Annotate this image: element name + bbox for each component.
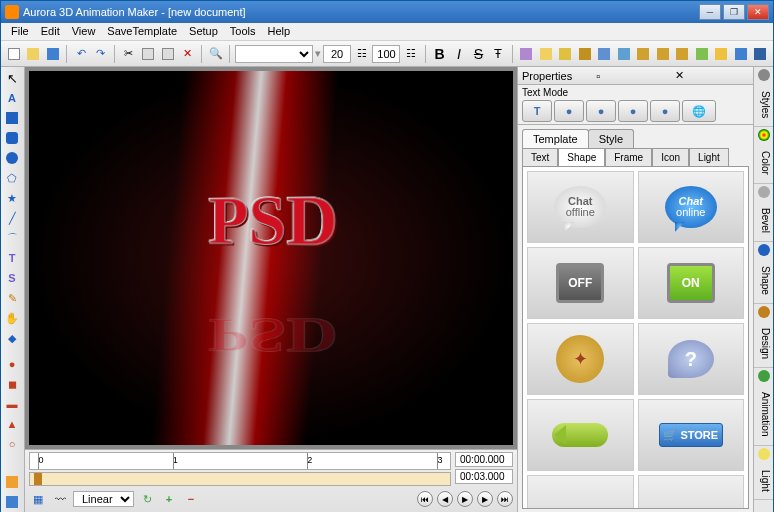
- polygon-tool[interactable]: ⬠: [3, 169, 21, 187]
- tl-curve[interactable]: 〰: [51, 490, 69, 508]
- tl-add[interactable]: ▦: [29, 490, 47, 508]
- subtab-shape[interactable]: Shape: [558, 148, 605, 166]
- menu-file[interactable]: File: [5, 23, 35, 40]
- sidetab-animation[interactable]: Animation: [754, 384, 773, 445]
- menu-edit[interactable]: Edit: [35, 23, 66, 40]
- star-tool[interactable]: ★: [3, 189, 21, 207]
- menu-tools[interactable]: Tools: [224, 23, 262, 40]
- subtab-frame[interactable]: Frame: [605, 148, 652, 166]
- pen-tool[interactable]: ✎: [3, 289, 21, 307]
- undo-button[interactable]: ↶: [72, 44, 89, 64]
- props-float-icon[interactable]: ▫: [596, 70, 670, 82]
- shape-chat-offline[interactable]: Chatoffline: [527, 171, 634, 243]
- tab-template[interactable]: Template: [522, 129, 589, 148]
- time-start[interactable]: 00:00.000: [455, 452, 513, 467]
- ellipse-tool[interactable]: [3, 149, 21, 167]
- t-tool[interactable]: T: [3, 249, 21, 267]
- torus-tool[interactable]: ○: [3, 435, 21, 453]
- shape-chat-online[interactable]: Chatonline: [638, 171, 745, 243]
- tool-12[interactable]: [732, 44, 749, 64]
- sidetab-shape[interactable]: Shape: [754, 258, 773, 304]
- text-mode-2[interactable]: ●: [554, 100, 584, 122]
- tool-11[interactable]: [712, 44, 729, 64]
- font-select[interactable]: [235, 45, 313, 63]
- subtab-text[interactable]: Text: [522, 148, 558, 166]
- canvas-3d-text[interactable]: PSD: [208, 179, 338, 262]
- sidetab-styles[interactable]: Styles: [754, 83, 773, 127]
- font-size-input[interactable]: [323, 45, 351, 63]
- rect-tool[interactable]: [3, 109, 21, 127]
- text-mode-6[interactable]: 🌐: [682, 100, 716, 122]
- italic-button[interactable]: I: [450, 44, 467, 64]
- tool-7[interactable]: [635, 44, 652, 64]
- save-button[interactable]: [44, 44, 61, 64]
- roundrect-tool[interactable]: [3, 129, 21, 147]
- text-mode-1[interactable]: T: [522, 100, 552, 122]
- shape-store[interactable]: 🛒STORE: [638, 399, 745, 471]
- text-mode-4[interactable]: ●: [618, 100, 648, 122]
- play-button[interactable]: ▶: [457, 491, 473, 507]
- close-button[interactable]: ✕: [747, 4, 769, 20]
- s-tool[interactable]: S: [3, 269, 21, 287]
- shape-on-button[interactable]: ON: [638, 247, 745, 319]
- shape-badge[interactable]: ✦: [527, 323, 634, 395]
- minimize-button[interactable]: ─: [699, 4, 721, 20]
- cube-tool[interactable]: ◼: [3, 375, 21, 393]
- next-frame-button[interactable]: ▶: [477, 491, 493, 507]
- select-tool[interactable]: ↖: [3, 69, 21, 87]
- tool-13[interactable]: [751, 44, 768, 64]
- tool-10[interactable]: [693, 44, 710, 64]
- tab-style[interactable]: Style: [588, 129, 634, 148]
- tl-plus[interactable]: +: [160, 490, 178, 508]
- size2-input[interactable]: [372, 45, 400, 63]
- tl-minus[interactable]: −: [182, 490, 200, 508]
- goto-start-button[interactable]: ⏮: [417, 491, 433, 507]
- color-blue[interactable]: [3, 493, 21, 511]
- menu-view[interactable]: View: [66, 23, 102, 40]
- goto-end-button[interactable]: ⏭: [497, 491, 513, 507]
- text-mode-3[interactable]: ●: [586, 100, 616, 122]
- menu-savetemplate[interactable]: SaveTemplate: [101, 23, 183, 40]
- props-close-icon[interactable]: ✕: [675, 69, 749, 82]
- text-tool[interactable]: A: [3, 89, 21, 107]
- tool-3[interactable]: [557, 44, 574, 64]
- shape-off-button[interactable]: OFF: [527, 247, 634, 319]
- tool-9[interactable]: [674, 44, 691, 64]
- sphere-tool[interactable]: ●: [3, 355, 21, 373]
- bold-button[interactable]: B: [431, 44, 448, 64]
- shape-empty-2[interactable]: [638, 475, 745, 509]
- cone-tool[interactable]: ▲: [3, 415, 21, 433]
- strike-button[interactable]: S: [470, 44, 487, 64]
- timeline-ruler[interactable]: 0 1 2 3: [29, 452, 451, 470]
- cut-button[interactable]: ✂: [120, 44, 137, 64]
- size-icon-1[interactable]: ☷: [353, 44, 370, 64]
- tool-5[interactable]: [596, 44, 613, 64]
- delete-button[interactable]: ✕: [179, 44, 196, 64]
- text-mode-5[interactable]: ●: [650, 100, 680, 122]
- sidetab-light[interactable]: Light: [754, 462, 773, 501]
- time-end[interactable]: 00:03.000: [455, 469, 513, 484]
- subtab-icon[interactable]: Icon: [652, 148, 689, 166]
- text-effect-button[interactable]: Ŧ: [489, 44, 506, 64]
- subtab-light[interactable]: Light: [689, 148, 729, 166]
- canvas[interactable]: PSD PSD: [29, 71, 513, 445]
- sidetab-bevel[interactable]: Bevel: [754, 200, 773, 242]
- prev-frame-button[interactable]: ◀: [437, 491, 453, 507]
- redo-button[interactable]: ↷: [92, 44, 109, 64]
- color-orange[interactable]: [3, 473, 21, 491]
- tl-refresh[interactable]: ↻: [138, 490, 156, 508]
- shape-question[interactable]: ?: [638, 323, 745, 395]
- maximize-button[interactable]: ❐: [723, 4, 745, 20]
- tool-6[interactable]: [615, 44, 632, 64]
- zoom-button[interactable]: 🔍: [207, 44, 224, 64]
- tool-8[interactable]: [654, 44, 671, 64]
- size-icon-2[interactable]: ☷: [402, 44, 419, 64]
- copy-button[interactable]: [140, 44, 157, 64]
- sidetab-design[interactable]: Design: [754, 320, 773, 368]
- timeline-track[interactable]: [29, 472, 451, 486]
- svg-tool[interactable]: ◆: [3, 329, 21, 347]
- shape-arrow[interactable]: [527, 399, 634, 471]
- new-button[interactable]: [5, 44, 22, 64]
- menu-help[interactable]: Help: [262, 23, 297, 40]
- line-tool[interactable]: ╱: [3, 209, 21, 227]
